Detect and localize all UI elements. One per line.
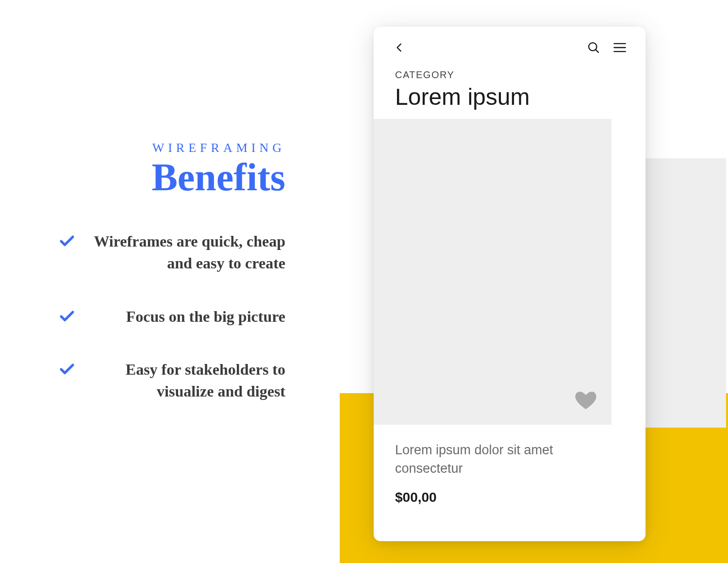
- benefit-text: Easy for stakeholders to visualize and d…: [85, 359, 291, 402]
- check-icon: [58, 308, 76, 325]
- category-label: CATEGORY: [395, 69, 624, 81]
- product-image-placeholder: [374, 119, 612, 425]
- chevron-left-icon: [394, 41, 405, 54]
- product-caption: Lorem ipsum dolor sit amet consectetur $…: [374, 425, 645, 510]
- benefit-item: Easy for stakeholders to visualize and d…: [58, 359, 291, 402]
- heart-icon[interactable]: [573, 389, 599, 412]
- section-eyebrow: WIREFRAMING: [58, 141, 291, 155]
- search-button[interactable]: [585, 39, 602, 56]
- benefit-text: Wireframes are quick, cheap and easy to …: [85, 231, 291, 274]
- section-title: Benefits: [58, 158, 291, 197]
- menu-button[interactable]: [612, 39, 628, 56]
- hamburger-icon: [612, 41, 628, 54]
- benefit-text: Focus on the big picture: [85, 306, 291, 328]
- product-description: Lorem ipsum dolor sit amet consectetur: [395, 441, 624, 478]
- wireframe-device: CATEGORY Lorem ipsum Lorem ipsum dolor s…: [374, 27, 645, 541]
- product-price: $00,00: [395, 490, 624, 505]
- back-button[interactable]: [391, 39, 408, 56]
- toolbar-actions: [585, 39, 628, 56]
- svg-line-1: [596, 50, 598, 52]
- benefit-item: Wireframes are quick, cheap and easy to …: [58, 231, 291, 274]
- device-toolbar: [374, 27, 645, 56]
- page-title: Lorem ipsum: [395, 83, 624, 110]
- benefit-item: Focus on the big picture: [58, 306, 291, 328]
- device-header: CATEGORY Lorem ipsum: [374, 56, 645, 119]
- search-icon: [587, 41, 600, 54]
- check-icon: [58, 361, 76, 378]
- benefits-panel: WIREFRAMING Benefits Wireframes are quic…: [58, 141, 291, 434]
- check-icon: [58, 232, 76, 250]
